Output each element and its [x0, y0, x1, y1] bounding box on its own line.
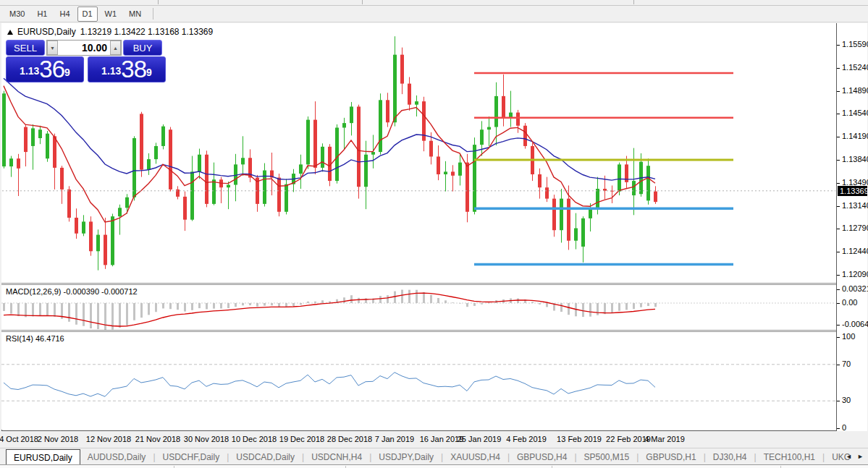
- ask-price-pip: 9: [146, 57, 152, 88]
- axis-tick-mark: [837, 428, 840, 429]
- toolbar-separator: [362, 0, 363, 4]
- rsi-indicator-label: RSI(14) 46.4716: [6, 334, 64, 343]
- chart-tab-bar: EURUSD,DailyAUDUSD,Daily|USDCHF,Daily|US…: [0, 448, 868, 465]
- rsi-chart: [1, 332, 836, 430]
- date-tick-label: 19 Dec 2018: [279, 435, 324, 443]
- date-tick-label: 25 Jan 2019: [458, 435, 502, 443]
- tab-scroll-left-button[interactable]: ◄: [844, 451, 854, 461]
- date-tick-label: 24 Oct 2018: [0, 435, 38, 443]
- tab-xauusd-h4[interactable]: XAUUSD,H4: [443, 449, 507, 464]
- tab-gbpusd-h1[interactable]: GBPUSD,H1: [639, 449, 703, 464]
- date-tick-label: 4 Mar 2019: [644, 435, 685, 443]
- chart-ohlc-values: 1.13219 1.13422 1.13168 1.13369: [80, 27, 214, 37]
- axis-tick-mark: [837, 183, 840, 184]
- timeframe-toolbar: M30H1H4D1W1MN: [0, 6, 868, 22]
- tab-usdjpy-daily[interactable]: USDJPY,Daily: [371, 449, 441, 464]
- axis-tick-mark: [837, 275, 840, 276]
- chart-header: EURUSD,Daily 1.13219 1.13422 1.13168 1.1…: [7, 27, 213, 37]
- symbol-marker-icon: [7, 30, 13, 35]
- tab-dj30-h4[interactable]: DJ30,H4: [706, 449, 754, 464]
- status-bar-edge: [0, 464, 868, 468]
- ask-price-box[interactable]: 1.13389: [88, 56, 166, 82]
- bid-price-prefix: 1.13: [20, 61, 39, 80]
- timeframe-button-h1[interactable]: H1: [32, 7, 52, 22]
- top-toolbar-remnant: [0, 0, 868, 6]
- rsi-pane[interactable]: [1, 332, 836, 430]
- axis-tick-mark: [837, 365, 840, 365]
- price-tick-label: 1.12440: [842, 247, 868, 255]
- tab-tech100-h1[interactable]: TECH100,H1: [757, 449, 822, 464]
- axis-tick-mark: [837, 206, 840, 207]
- price-tick-label: 1.15240: [842, 63, 868, 72]
- toolbar-separator: [153, 8, 153, 20]
- axis-tick-mark: [837, 325, 840, 326]
- tab-scroll-right-button[interactable]: ►: [856, 451, 865, 461]
- timeframe-button-h4[interactable]: H4: [54, 7, 75, 22]
- volume-input[interactable]: 10.00: [58, 41, 110, 55]
- price-tick-label: 1.12790: [842, 224, 868, 232]
- axis-tick-mark: [837, 337, 840, 338]
- tab-usdchf-daily[interactable]: USDCHF,Daily: [156, 449, 227, 464]
- date-tick-label: 2 Nov 2018: [38, 435, 78, 443]
- chart-symbol-label: EURUSD,Daily: [17, 27, 76, 37]
- date-tick-label: 7 Jan 2019: [375, 435, 414, 443]
- tab-usdcnh-h4[interactable]: USDCNH,H4: [304, 449, 369, 464]
- timeframe-button-w1[interactable]: W1: [100, 7, 122, 22]
- axis-tick-mark: [837, 401, 840, 401]
- ask-price-main: 38: [121, 59, 146, 80]
- tab-usdcad-daily[interactable]: USDCAD,Daily: [229, 449, 302, 464]
- price-tick-label: 1.13840: [842, 155, 868, 163]
- one-click-trading-panel: SELL ▼ 10.00 ▲ BUY 1.13369 1.13389: [6, 40, 167, 82]
- price-tick-label: 1.14540: [842, 109, 868, 117]
- rsi-name: RSI(14): [6, 334, 33, 343]
- bid-price-main: 36: [39, 59, 64, 80]
- axis-tick-mark: [837, 114, 840, 114]
- date-tick-label: 4 Feb 2019: [506, 435, 547, 443]
- ask-price-prefix: 1.13: [101, 61, 121, 80]
- axis-tick-mark: [837, 68, 840, 69]
- tab-eurusd-daily[interactable]: EURUSD,Daily: [6, 449, 80, 466]
- axis-tick-mark: [837, 289, 840, 290]
- date-tick-label: 12 Nov 2018: [86, 435, 131, 443]
- axis-tick-mark: [837, 45, 840, 46]
- bid-price-box[interactable]: 1.13369: [6, 56, 84, 82]
- macd-tick-label: -0.006485: [842, 320, 868, 328]
- date-tick-label: 13 Feb 2019: [557, 435, 602, 443]
- macd-main-value: -0.000390: [63, 287, 99, 296]
- bid-price-pip: 9: [64, 57, 70, 88]
- tab-sp500-m15[interactable]: SP500,M15: [577, 449, 637, 464]
- price-tick-label: 1.12090: [842, 270, 868, 278]
- time-axis: 24 Oct 20182 Nov 201812 Nov 201821 Nov 2…: [0, 431, 868, 447]
- date-tick-label: 30 Nov 2018: [184, 435, 229, 443]
- timeframe-button-d1[interactable]: D1: [77, 7, 98, 22]
- rsi-tick-label: 100: [842, 332, 855, 341]
- price-tick-label: 1.14190: [842, 132, 868, 140]
- date-tick-label: 10 Dec 2018: [232, 435, 277, 443]
- toolbar-separator: [633, 0, 634, 4]
- axis-tick-mark: [837, 137, 840, 137]
- rsi-tick-label: 70: [842, 359, 851, 368]
- date-tick-label: 28 Dec 2018: [327, 435, 372, 443]
- macd-tick-label: 0.00: [842, 298, 857, 307]
- volume-decrease-button[interactable]: ▼: [47, 41, 58, 55]
- axis-tick-mark: [837, 229, 840, 229]
- current-bid-price-tag: 1.13369: [838, 186, 867, 196]
- sell-button[interactable]: SELL: [6, 40, 45, 56]
- axis-tick-mark: [837, 91, 840, 92]
- axis-tick-mark: [837, 252, 840, 252]
- macd-signal-value: -0.000712: [101, 287, 138, 296]
- tab-gbpusd-h4[interactable]: GBPUSD,H4: [510, 449, 574, 464]
- rsi-value: 46.4716: [35, 334, 64, 343]
- macd-tick-label: 0.003216: [842, 284, 868, 293]
- buy-button[interactable]: BUY: [123, 40, 162, 56]
- price-axis: 1.155901.152401.148901.145401.141901.138…: [836, 23, 867, 431]
- timeframe-button-m30[interactable]: M30: [4, 7, 30, 22]
- macd-name: MACD(12,26,9): [6, 287, 61, 296]
- tab-audusd-daily[interactable]: AUDUSD,Daily: [80, 449, 153, 464]
- axis-tick-mark: [837, 303, 840, 304]
- volume-increase-button[interactable]: ▲: [110, 41, 121, 55]
- rsi-tick-label: 30: [842, 396, 851, 404]
- date-tick-label: 21 Nov 2018: [135, 435, 180, 443]
- timeframe-button-mn[interactable]: MN: [124, 7, 146, 22]
- volume-spinner: ▼ 10.00 ▲: [46, 40, 122, 56]
